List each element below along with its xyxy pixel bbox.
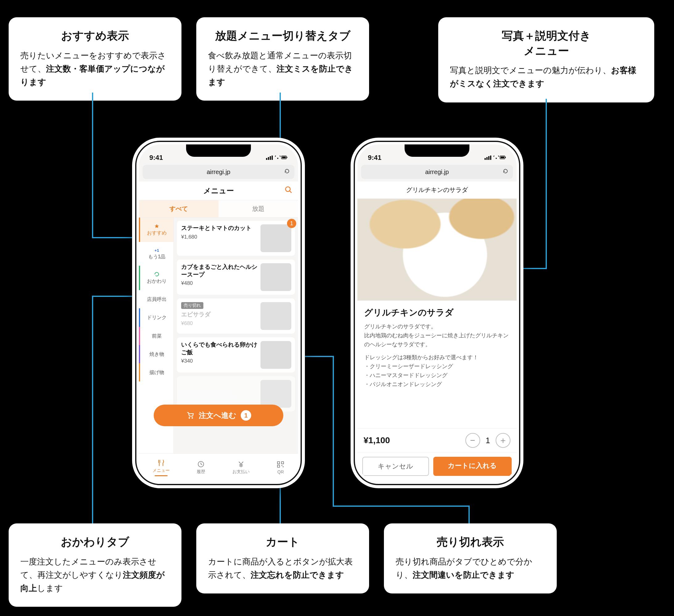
svg-rect-16 [282, 465, 283, 466]
callout-title: 写真＋説明文付き メニュー [450, 28, 643, 58]
callout-body: 売り切れ商品がタブでひとめで分かり、注文間違いを防止できます [396, 555, 545, 582]
svg-line-9 [290, 191, 292, 193]
proceed-to-order-button[interactable]: 注文へ進む 1 [154, 405, 283, 426]
callout-cart: カート カートに商品が入るとボタンが拡大表示されて、注文忘れを防止できます [196, 523, 369, 594]
menu-item-card-soldout[interactable]: 売り切れ エビサラダ ¥680 [177, 298, 295, 334]
star-icon [154, 224, 159, 229]
menu-item-price: ¥1,680 [181, 234, 258, 240]
svg-rect-13 [277, 462, 279, 464]
menu-item-card[interactable]: いくらでも食べられる卵かけご飯 ¥340 [177, 337, 295, 373]
tab-houdai[interactable]: 放題 [219, 200, 298, 217]
svg-point-11 [192, 417, 193, 419]
callout-okawari: おかわりタブ 一度注文したメニューのみ表示させて、再注文がしやすくなり注文頻度が… [9, 523, 182, 607]
svg-point-10 [189, 417, 190, 419]
status-icons [484, 154, 506, 162]
phone-menu-list: 9:41 airregi.jp メニュー [132, 138, 305, 488]
url-text: airregi.jp [207, 169, 231, 176]
menu-type-tabs: すべて 放題 [139, 200, 298, 218]
qty-value: 1 [486, 436, 490, 445]
bottom-nav: メニュー 履歴 お支払い QR [139, 453, 298, 482]
menu-item-price: ¥680 [181, 320, 258, 326]
sidebar-item-more-one[interactable]: +1 もう1品 [139, 242, 174, 266]
menu-item-title: ステーキとトマトのカット [181, 224, 258, 232]
cancel-button[interactable]: キャンセル [362, 457, 429, 476]
app-header: メニュー [139, 182, 298, 200]
add-to-cart-button[interactable]: カートに入れる [433, 457, 512, 476]
callout-title: おすすめ表示 [20, 28, 170, 43]
nav-qr[interactable]: QR [276, 461, 285, 474]
menu-item-card[interactable]: ステーキとトマトのカット ¥1,680 1 [177, 221, 295, 256]
menu-item-title: カブをまるごと入れたヘルシースープ [181, 263, 258, 278]
browser-url-bar[interactable]: airregi.jp [142, 165, 295, 179]
cart-button-label: 注文へ進む [199, 410, 236, 420]
menu-item-photo [260, 263, 291, 291]
sidebar-item-drink[interactable]: ドリンク [139, 308, 174, 326]
qr-icon [276, 461, 285, 468]
svg-rect-18 [484, 158, 486, 160]
callout-tabs: 放題メニュー切り替えタブ 食べ飲み放題と通常メニューの表示切り替えができて、注文… [196, 17, 369, 101]
sidebar-item-call-staff[interactable]: 店員呼出 [139, 290, 174, 308]
callout-photo-menu: 写真＋説明文付き メニュー 写真と説明文でメニューの魅力が伝わり、お客様がミスな… [438, 17, 654, 102]
svg-point-8 [286, 187, 290, 191]
svg-rect-2 [270, 156, 271, 160]
cart-button-count: 1 [241, 410, 251, 421]
detail-price: ¥1,100 [363, 435, 390, 445]
svg-rect-1 [268, 157, 269, 160]
svg-rect-20 [488, 156, 489, 160]
svg-rect-14 [282, 462, 284, 464]
callout-body: 食べ飲み放題と通常メニューの表示切り替えができて、注文ミスを防止できます [208, 49, 357, 89]
svg-point-4 [277, 158, 278, 159]
callout-recommend: おすすめ表示 売りたいメニューをおすすめで表示させて、注文数・客単価アップにつな… [9, 17, 182, 101]
menu-item-price: ¥480 [181, 280, 258, 286]
callout-body: 写真と説明文でメニューの魅力が伝わり、お客様がミスなく注文できます [450, 64, 643, 90]
phone-menu-detail: 9:41 airregi.jp グリルチキンのサラダ [351, 138, 524, 488]
nav-menu[interactable]: メニュー [152, 459, 170, 476]
callout-title: 放題メニュー切り替えタブ [208, 28, 357, 43]
fork-knife-icon [157, 459, 165, 467]
menu-item-title: いくらでも食べられる卵かけご飯 [181, 341, 258, 356]
sidebar-item-recommend[interactable]: おすすめ [139, 218, 174, 242]
svg-rect-21 [490, 156, 491, 160]
page-title: メニュー [203, 186, 234, 196]
qty-plus-button[interactable]: ＋ [495, 433, 511, 448]
sidebar-item-fried[interactable]: 揚げ物 [139, 363, 174, 382]
refresh-icon[interactable] [502, 168, 509, 176]
menu-detail-photo [357, 199, 517, 301]
svg-rect-6 [282, 157, 286, 158]
browser-url-bar[interactable]: airregi.jp [361, 165, 513, 179]
menu-item-price: ¥340 [181, 358, 258, 364]
svg-point-22 [495, 158, 497, 159]
svg-rect-3 [271, 156, 273, 160]
svg-rect-25 [505, 157, 506, 158]
nav-payment[interactable]: お支払い [232, 460, 250, 475]
cart-icon [186, 411, 195, 420]
qty-minus-button[interactable]: − [465, 433, 480, 448]
menu-detail-desc: グリルチキンのサラダです。 比内地鶏のむね肉をジューシーに焼き上げたグリルチキン… [364, 322, 510, 349]
callout-title: カート [208, 534, 357, 550]
detail-header: グリルチキンのサラダ [357, 182, 517, 199]
url-text: airregi.jp [425, 169, 449, 176]
menu-item-photo [260, 341, 291, 369]
svg-rect-7 [287, 157, 287, 158]
cart-badge: 1 [287, 219, 296, 228]
nav-history[interactable]: 履歴 [197, 460, 205, 475]
svg-rect-19 [486, 157, 487, 160]
phone-notch [405, 144, 469, 157]
sidebar-item-grill[interactable]: 焼き物 [139, 345, 174, 363]
menu-item-photo [260, 302, 291, 330]
svg-rect-15 [277, 465, 279, 467]
status-icons [266, 154, 288, 162]
sidebar-item-okawari[interactable]: おかわり [139, 266, 174, 290]
callout-title: 売り切れ表示 [396, 534, 545, 550]
refill-icon [154, 272, 159, 277]
menu-detail-dressings: ドレッシングは3種類からお好みで選べます！ ・クリーミーシーザードレッシング ・… [364, 353, 510, 389]
menu-item-card[interactable]: カブをまるごと入れたヘルシースープ ¥480 [177, 260, 295, 295]
callout-title: おかわりタブ [20, 534, 170, 550]
sidebar-item-appetizer[interactable]: 前菜 [139, 327, 174, 345]
svg-rect-24 [500, 157, 504, 158]
tab-all[interactable]: すべて [139, 200, 219, 217]
refresh-icon[interactable] [284, 168, 290, 176]
menu-item-title: エビサラダ [181, 311, 258, 318]
search-icon[interactable] [285, 186, 293, 196]
callout-body: 売りたいメニューをおすすめで表示させて、注文数・客単価アップにつながります [20, 49, 170, 89]
